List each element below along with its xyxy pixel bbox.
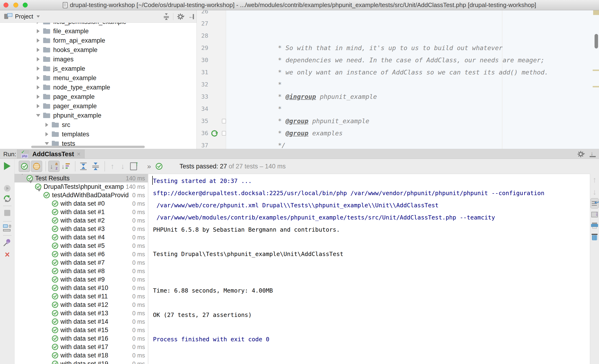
soft-wrap-button[interactable] xyxy=(590,198,599,208)
project-tree-row[interactable]: pager_example xyxy=(0,101,197,111)
code-editor[interactable]: 26 27 * So with that in mind, it's up to… xyxy=(197,10,599,149)
test-tree-row[interactable]: with data set #10 0 ms xyxy=(15,284,148,292)
gear-icon[interactable] xyxy=(577,151,585,157)
test-tree-row[interactable]: Test Results 140 ms xyxy=(15,174,148,182)
project-tree-row[interactable]: src xyxy=(0,120,197,130)
test-tree-row[interactable]: with data set #9 0 ms xyxy=(15,275,148,284)
test-tree-row[interactable]: with data set #17 0 ms xyxy=(15,343,148,351)
previous-failed-test-button[interactable]: ↑ xyxy=(107,162,118,171)
test-tree-row[interactable]: Drupal\Tests\phpunit_examp 140 ms xyxy=(15,182,148,191)
test-tree-row[interactable]: with data set #0 0 ms xyxy=(15,199,148,208)
test-tree-row[interactable]: with data set #18 0 ms xyxy=(15,351,148,360)
scroll-up-button[interactable]: ↑ xyxy=(590,175,599,184)
close-tab-icon[interactable]: × xyxy=(77,151,80,158)
test-tree-row[interactable]: with data set #11 0 ms xyxy=(15,292,148,301)
test-tree-row[interactable]: with data set #6 0 ms xyxy=(15,250,148,258)
expander-icon[interactable] xyxy=(29,183,34,190)
tab-addclasstest[interactable]: php ✓ AddClassTest × xyxy=(17,150,85,159)
window-title: drupal-testing-workshop [~/Code/os/drupa… xyxy=(70,1,536,9)
expander-icon[interactable] xyxy=(45,123,48,127)
test-tree-row[interactable]: with data set #19 0 ms xyxy=(15,360,148,364)
next-failed-test-button[interactable]: ↓ xyxy=(118,162,128,171)
expander-icon[interactable] xyxy=(37,67,40,71)
php-document-icon xyxy=(63,2,68,8)
expander-icon[interactable] xyxy=(37,48,40,52)
expander-icon[interactable] xyxy=(37,85,40,89)
scroll-to-end-button[interactable] xyxy=(590,212,599,217)
test-passed-icon xyxy=(52,284,59,291)
expander-icon[interactable] xyxy=(45,132,48,136)
test-tree-row[interactable]: testAddWithBadDataProvid 0 ms xyxy=(15,191,148,199)
hide-panel-icon[interactable] xyxy=(188,14,194,20)
gear-icon[interactable] xyxy=(177,13,185,20)
error-stripe-tick[interactable] xyxy=(593,70,599,71)
expander-icon[interactable] xyxy=(20,175,25,182)
import-test-results-button[interactable] xyxy=(128,161,139,172)
test-label: with data set #8 xyxy=(61,267,131,275)
project-tree-label: templates xyxy=(62,131,89,138)
fold-marker-icon[interactable] xyxy=(222,131,226,136)
test-tree-row[interactable]: with data set #4 0 ms xyxy=(15,233,148,241)
restore-layout-button[interactable] xyxy=(0,224,15,231)
line-number: 36 xyxy=(197,127,208,139)
chevron-down-icon[interactable] xyxy=(36,16,40,18)
project-tree-row[interactable]: templates xyxy=(0,130,197,139)
test-tree-row[interactable]: with data set #3 0 ms xyxy=(15,225,148,233)
test-tree-row[interactable]: with data set #12 0 ms xyxy=(15,301,148,309)
project-tree-row[interactable]: file_example xyxy=(0,27,197,36)
project-tree-row[interactable]: hooks_example xyxy=(0,45,197,54)
print-button[interactable] xyxy=(590,222,599,229)
close-window-button[interactable] xyxy=(3,3,9,8)
test-tree-row[interactable]: with data set #5 0 ms xyxy=(15,241,148,250)
rerun-tests-button[interactable] xyxy=(0,162,15,170)
test-tree-row[interactable]: with data set #14 0 ms xyxy=(15,317,148,326)
project-tree-row[interactable]: phpunit_example xyxy=(0,111,197,120)
expander-icon[interactable] xyxy=(37,95,40,99)
test-tree-row[interactable]: with data set #1 0 ms xyxy=(15,208,148,216)
test-tree-row[interactable]: with data set #16 0 ms xyxy=(15,334,148,343)
horizontal-scrollbar-thumb[interactable] xyxy=(31,146,145,148)
collapse-all-button[interactable] xyxy=(90,161,101,172)
test-tree-row[interactable]: with data set #15 0 ms xyxy=(15,326,148,334)
run-test-gutter-icon[interactable] xyxy=(211,129,219,137)
test-tree-row[interactable]: with data set #13 0 ms xyxy=(15,309,148,317)
code-line: 32 * xyxy=(197,79,599,91)
expander-icon[interactable] xyxy=(37,192,42,199)
editor-scrollbar-thumb[interactable] xyxy=(595,34,598,48)
scroll-down-button[interactable]: ↓ xyxy=(590,187,599,196)
project-tree-row[interactable]: node_type_example xyxy=(0,83,197,92)
test-tree-row[interactable]: with data set #8 0 ms xyxy=(15,267,148,275)
sort-by-duration-button[interactable]: ↓ xyxy=(61,161,72,172)
test-tree-row[interactable]: with data set #2 0 ms xyxy=(15,216,148,225)
project-tree-row[interactable]: images xyxy=(0,54,197,64)
project-tree-row[interactable]: form_api_example xyxy=(0,36,197,45)
expander-icon[interactable] xyxy=(37,104,40,108)
chevrons-icon[interactable]: » xyxy=(147,162,151,170)
expander-icon[interactable] xyxy=(36,114,40,117)
zoom-window-button[interactable] xyxy=(23,3,28,8)
expander-icon[interactable] xyxy=(37,29,40,33)
show-ignored-button[interactable] xyxy=(31,161,42,172)
clear-console-button[interactable] xyxy=(590,234,599,240)
minimize-window-button[interactable] xyxy=(13,3,18,8)
collapse-all-icon[interactable] xyxy=(163,13,169,20)
expand-all-button[interactable] xyxy=(78,161,89,172)
project-tree-row[interactable]: js_example xyxy=(0,64,197,73)
error-stripe-tick[interactable] xyxy=(593,86,599,87)
project-tree-row[interactable]: menu_example xyxy=(0,73,197,83)
show-passed-button[interactable] xyxy=(19,161,30,172)
test-console[interactable]: Testing started at 20:37 ...sftp://docke… xyxy=(148,174,590,364)
expander-icon[interactable] xyxy=(37,76,40,80)
expander-icon[interactable] xyxy=(37,38,40,43)
pin-tab-button[interactable] xyxy=(0,239,15,246)
error-stripe-mark[interactable] xyxy=(593,10,599,15)
rerun-failed-tests-button[interactable] xyxy=(0,195,15,203)
sort-alphabetically-button[interactable]: ↓az xyxy=(48,161,60,172)
project-tree-row[interactable]: page_example xyxy=(0,92,197,101)
minimize-panel-icon[interactable] xyxy=(590,151,596,157)
expander-icon[interactable] xyxy=(37,57,40,61)
test-tree-row[interactable]: with data set #7 0 ms xyxy=(15,258,148,267)
expander-icon[interactable] xyxy=(45,142,49,145)
fold-marker-icon[interactable] xyxy=(222,119,226,124)
close-panel-button[interactable]: × xyxy=(0,251,15,258)
